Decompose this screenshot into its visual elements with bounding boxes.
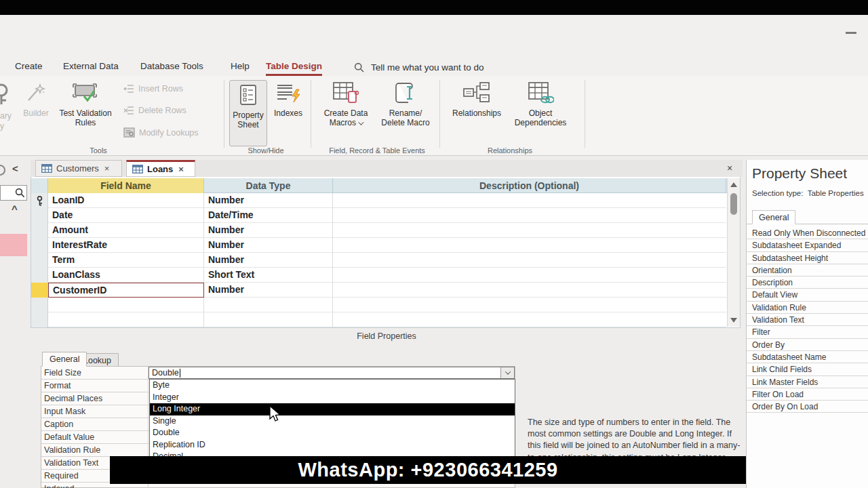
scroll-up-icon[interactable] [730, 182, 737, 187]
description-cell[interactable] [333, 283, 726, 298]
description-cell[interactable] [333, 268, 726, 283]
doc-tab-customers[interactable]: Customers × [35, 160, 122, 177]
scrollbar-thumb[interactable] [730, 193, 737, 215]
description-cell[interactable] [333, 238, 726, 253]
table-row[interactable]: Date Date/Time [31, 208, 740, 223]
property-sheet-row[interactable]: Order By On Load [747, 401, 868, 413]
data-type-cell[interactable] [204, 312, 333, 327]
tab-help[interactable]: Help [231, 60, 250, 76]
property-sheet-row[interactable]: Filter [747, 326, 868, 338]
description-cell[interactable] [333, 312, 726, 327]
field-name-header[interactable]: Field Name [48, 178, 204, 193]
property-sheet-row[interactable]: Validation Text [747, 314, 868, 326]
field-name-cell[interactable] [48, 312, 204, 327]
delete-rows-button[interactable]: Delete Rows [123, 106, 186, 115]
nav-up-chevron-icon[interactable]: ^ [12, 203, 18, 215]
scroll-down-icon[interactable] [730, 318, 737, 323]
row-selector[interactable] [31, 312, 48, 327]
close-document-icon[interactable]: × [727, 163, 732, 174]
dropdown-option-highlighted[interactable]: Long Integer [150, 403, 515, 415]
data-type-cell[interactable]: Date/Time [204, 208, 333, 223]
builder-button[interactable]: Builder [19, 80, 53, 118]
rename-delete-macro-button[interactable]: Rename/ Delete Macro [377, 80, 434, 127]
row-selector[interactable] [31, 253, 48, 268]
close-icon[interactable]: × [178, 164, 184, 174]
property-sheet-row[interactable]: Subdatasheet Expanded [747, 239, 868, 251]
description-cell[interactable] [333, 223, 726, 238]
close-icon[interactable]: × [104, 163, 110, 174]
data-type-header[interactable]: Data Type [204, 178, 333, 193]
relationships-button[interactable]: Relationships [448, 80, 506, 118]
field-name-cell[interactable]: Term [48, 253, 204, 268]
data-type-cell[interactable]: Short Text [204, 268, 333, 283]
nav-collapse-chevron-icon[interactable]: < [12, 163, 18, 174]
data-type-cell[interactable]: Number [204, 223, 333, 238]
data-type-cell[interactable]: Number [204, 283, 333, 298]
field-size-value[interactable]: Double [149, 367, 515, 379]
dropdown-option[interactable]: Integer [150, 392, 515, 404]
property-sheet-row[interactable]: Order By [747, 339, 868, 351]
field-name-cell[interactable]: LoanClass [48, 268, 204, 283]
indexes-button[interactable]: Indexes [270, 80, 307, 118]
doc-tab-loans[interactable]: Loans × [126, 160, 195, 177]
field-name-cell[interactable]: Amount [48, 223, 204, 238]
data-type-cell[interactable]: Number [204, 238, 333, 253]
field-name-cell[interactable] [48, 298, 204, 312]
property-sheet-row[interactable]: Orientation [747, 264, 868, 277]
tab-table-design[interactable]: Table Design [266, 60, 322, 76]
minimize-icon[interactable] [846, 32, 856, 34]
insert-rows-button[interactable]: Insert Rows [123, 84, 183, 94]
row-selector[interactable] [31, 193, 48, 208]
field-name-cell[interactable]: Date [48, 208, 204, 223]
description-header[interactable]: Description (Optional) [333, 178, 726, 193]
table-row[interactable]: InterestRate Number [31, 238, 740, 253]
row-selector[interactable] [31, 223, 48, 238]
vertical-scrollbar[interactable] [727, 178, 740, 327]
property-sheet-row[interactable]: Link Master Fields [747, 376, 868, 388]
tab-database-tools[interactable]: Database Tools [140, 60, 203, 76]
property-sheet-row[interactable]: Default View [747, 289, 868, 301]
property-label[interactable]: Validation Rule [41, 444, 149, 456]
table-row[interactable]: CustomerID Number [31, 283, 740, 298]
property-label[interactable]: Caption [41, 418, 149, 430]
property-sheet-row[interactable]: Validation Rule [747, 302, 868, 314]
test-validation-rules-button[interactable]: Test Validation Rules [54, 80, 117, 127]
modify-lookups-button[interactable]: Modify Lookups [123, 127, 199, 138]
table-row[interactable]: LoanID Number [31, 193, 740, 208]
table-row-empty[interactable] [31, 312, 740, 327]
property-label[interactable]: Input Mask [41, 405, 149, 418]
field-name-cell[interactable]: LoanID [48, 193, 204, 208]
tab-external-data[interactable]: External Data [63, 60, 119, 76]
table-row[interactable]: Term Number [31, 253, 740, 268]
dropdown-option[interactable]: Double [150, 427, 515, 439]
property-sheet-button[interactable]: Property Sheet [229, 80, 267, 146]
row-selector[interactable] [31, 298, 48, 312]
property-sheet-row[interactable]: Subdatasheet Height [747, 252, 868, 264]
property-label[interactable]: Format [41, 380, 149, 392]
table-row[interactable]: Amount Number [31, 223, 740, 238]
description-cell[interactable] [333, 298, 726, 312]
description-cell[interactable] [333, 193, 726, 208]
data-type-cell[interactable]: Number [204, 253, 333, 268]
data-type-cell[interactable]: Number [204, 193, 333, 208]
tab-general[interactable]: General [42, 352, 87, 367]
property-sheet-row[interactable]: Link Child Fields [747, 363, 868, 375]
row-selector[interactable] [31, 268, 48, 283]
dropdown-option[interactable]: Single [150, 415, 515, 428]
tell-me-search[interactable]: Tell me what you want to do [354, 60, 484, 75]
row-selector[interactable] [31, 238, 48, 253]
property-label[interactable]: Default Value [41, 431, 149, 443]
field-name-cell-active[interactable]: CustomerID [48, 283, 204, 298]
property-sheet-row[interactable]: Subdatasheet Name [747, 351, 868, 363]
dropdown-option[interactable]: Replication ID [150, 439, 515, 451]
field-name-cell[interactable]: InterestRate [48, 238, 204, 253]
dropdown-option[interactable]: Byte [150, 380, 515, 392]
combo-dropdown-button[interactable] [500, 367, 514, 378]
property-sheet-row[interactable]: Description [747, 277, 868, 289]
object-dependencies-button[interactable]: Object Dependencies [510, 80, 571, 127]
property-label[interactable]: Field Size [41, 367, 149, 379]
description-cell[interactable] [333, 253, 726, 268]
row-selector-active[interactable] [31, 283, 48, 298]
tab-create[interactable]: Create [15, 60, 43, 76]
table-row-empty[interactable] [31, 298, 740, 312]
